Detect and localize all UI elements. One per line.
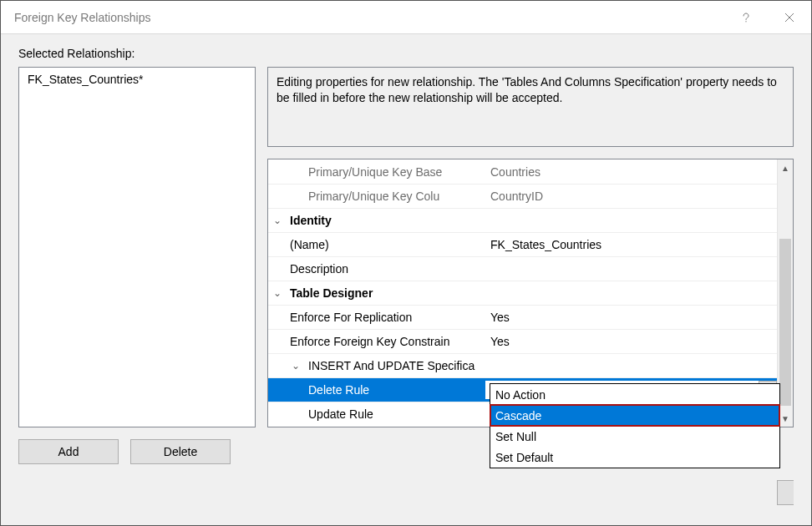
add-button[interactable]: Add xyxy=(18,439,119,464)
property-value[interactable]: Yes xyxy=(485,311,777,324)
delete-button[interactable]: Delete xyxy=(130,439,231,464)
property-name: Enforce For Replication xyxy=(287,311,485,324)
window-title: Foreign Key Relationships xyxy=(14,11,724,24)
dropdown-option[interactable]: Cascade xyxy=(490,405,779,426)
property-value[interactable]: Countries xyxy=(485,165,777,179)
scroll-thumb[interactable] xyxy=(779,239,791,406)
delete-rule-dropdown-list[interactable]: No ActionCascadeSet NullSet Default xyxy=(490,383,780,468)
property-name: Enforce Foreign Key Constrain xyxy=(287,335,485,348)
close-button[interactable] xyxy=(768,1,811,34)
dialog-content: Selected Relationship: FK_States_Countri… xyxy=(1,34,811,525)
property-row[interactable]: Primary/Unique Key BaseCountries xyxy=(268,159,777,184)
property-row[interactable]: Enforce For ReplicationYes xyxy=(268,305,777,329)
property-grid[interactable]: Primary/Unique Key BaseCountriesPrimary/… xyxy=(267,159,794,427)
dropdown-option[interactable]: Set Null xyxy=(490,426,779,447)
property-value[interactable]: Yes xyxy=(485,335,777,348)
property-value[interactable]: CountryID xyxy=(485,190,777,203)
property-name: Update Rule xyxy=(305,407,485,421)
property-value[interactable]: FK_States_Countries xyxy=(485,238,777,251)
property-name: (Name) xyxy=(287,238,485,251)
property-name: Description xyxy=(287,262,485,276)
relationship-item[interactable]: FK_States_Countries* xyxy=(23,71,251,88)
property-category[interactable]: ⌄Table Designer xyxy=(268,281,777,305)
property-row[interactable]: (Name)FK_States_Countries xyxy=(268,232,777,256)
property-name: INSERT And UPDATE Specifica xyxy=(305,359,504,372)
property-name: Primary/Unique Key Base xyxy=(305,165,485,179)
expand-collapse-icon[interactable]: ⌄ xyxy=(287,360,305,372)
property-name: Table Designer xyxy=(287,286,485,300)
property-name: Delete Rule xyxy=(305,383,485,397)
property-row[interactable]: Description xyxy=(268,256,777,281)
dropdown-option[interactable]: No Action xyxy=(490,384,779,405)
property-category[interactable]: ⌄INSERT And UPDATE Specifica xyxy=(268,353,777,377)
dropdown-option[interactable]: Set Default xyxy=(490,447,779,468)
partial-button[interactable] xyxy=(777,480,794,505)
title-bar: Foreign Key Relationships xyxy=(1,1,811,34)
property-row[interactable]: Enforce Foreign Key ConstrainYes xyxy=(268,329,777,353)
selected-relationship-label: Selected Relationship: xyxy=(18,47,794,60)
help-button[interactable] xyxy=(724,1,768,34)
expand-collapse-icon[interactable]: ⌄ xyxy=(268,215,287,226)
scroll-up-arrow[interactable]: ▲ xyxy=(778,159,793,176)
property-category[interactable]: ⌄Identity xyxy=(268,208,777,232)
expand-collapse-icon[interactable]: ⌄ xyxy=(268,287,287,299)
property-name: Primary/Unique Key Colu xyxy=(305,190,485,203)
property-row[interactable]: Primary/Unique Key ColuCountryID xyxy=(268,184,777,208)
description-panel: Editing properties for new relationship.… xyxy=(267,67,794,147)
property-name: Identity xyxy=(287,214,485,227)
relationships-list[interactable]: FK_States_Countries* xyxy=(18,67,256,427)
